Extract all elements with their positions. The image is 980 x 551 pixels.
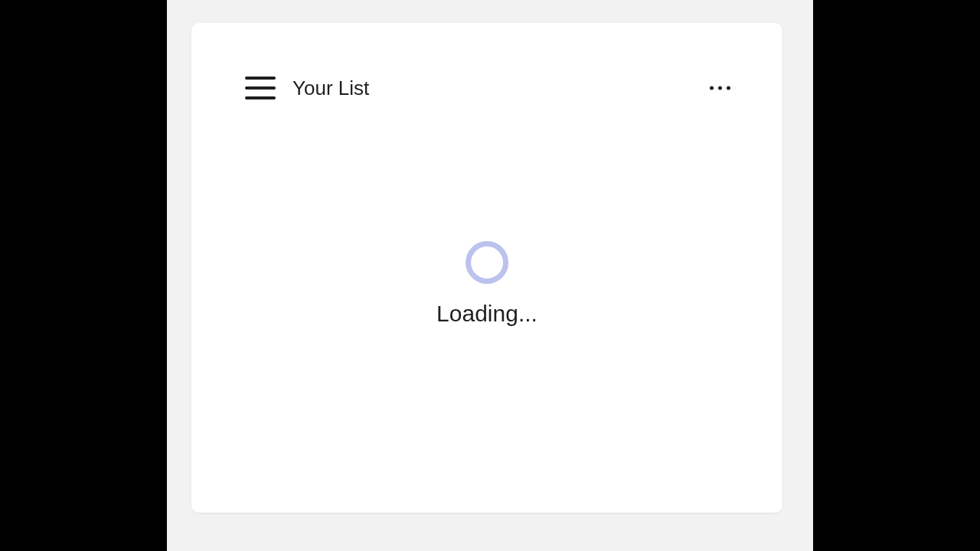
app-viewport: Your List Loading... [167, 0, 813, 551]
hamburger-menu-icon[interactable] [245, 77, 276, 99]
card-header: Your List [191, 65, 782, 111]
loading-indicator: Loading... [436, 241, 537, 327]
hamburger-line [245, 96, 276, 99]
hamburger-line [245, 77, 276, 80]
more-options-icon[interactable] [704, 80, 737, 96]
main-card: Your List Loading... [191, 23, 782, 513]
spinner-icon [466, 241, 508, 284]
loading-label: Loading... [436, 301, 537, 327]
dot [718, 86, 722, 90]
hamburger-line [245, 86, 276, 90]
dot [710, 86, 714, 90]
page-title: Your List [292, 77, 369, 100]
dot [727, 86, 730, 90]
